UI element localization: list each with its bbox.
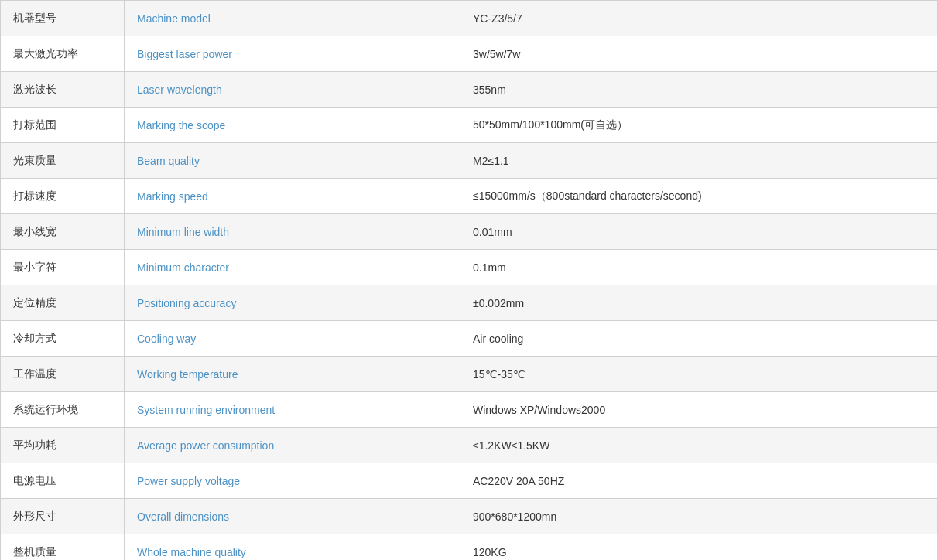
cell-chinese: 最小线宽 (1, 214, 125, 249)
cell-english: Beam quality (125, 143, 457, 178)
cell-chinese: 系统运行环境 (1, 392, 125, 427)
cell-english: Average power consumption (125, 428, 457, 463)
cell-value: YC-Z3/5/7 (457, 1, 937, 36)
cell-value: Air cooling (457, 321, 937, 356)
cell-chinese: 打标速度 (1, 179, 125, 213)
cell-value: ≤15000mm/s（800standard characters/second… (457, 179, 937, 213)
cell-value: 900*680*1200mn (457, 499, 937, 534)
cell-chinese: 机器型号 (1, 1, 125, 36)
table-row: 最小字符Minimum character0.1mm (1, 250, 937, 285)
cell-english: Marking speed (125, 179, 457, 213)
cell-value: M2≤1.1 (457, 143, 937, 178)
cell-english: Laser wavelength (125, 72, 457, 107)
table-row: 定位精度Positioning accuracy±0.002mm (1, 285, 937, 321)
cell-english: Machine model (125, 1, 457, 36)
cell-english: Whole machine quality (125, 534, 457, 560)
cell-value: Windows XP/Windows2000 (457, 392, 937, 427)
cell-chinese: 打标范围 (1, 108, 125, 142)
cell-chinese: 光束质量 (1, 143, 125, 178)
cell-english: Cooling way (125, 321, 457, 356)
table-row: 整机质量Whole machine quality120KG (1, 534, 937, 560)
cell-value: 120KG (457, 534, 937, 560)
table-row: 冷却方式Cooling wayAir cooling (1, 321, 937, 357)
cell-english: Positioning accuracy (125, 285, 457, 320)
cell-english: Minimum line width (125, 214, 457, 249)
table-row: 电源电压Power supply voltageAC220V 20A 50HZ (1, 463, 937, 499)
cell-chinese: 定位精度 (1, 285, 125, 320)
cell-value: 50*50mm/100*100mm(可自选） (457, 108, 937, 142)
table-row: 最小线宽Minimum line width0.01mm (1, 214, 937, 250)
cell-chinese: 整机质量 (1, 534, 125, 560)
cell-value: 355nm (457, 72, 937, 107)
table-row: 激光波长Laser wavelength355nm (1, 72, 937, 108)
cell-chinese: 电源电压 (1, 463, 125, 498)
table-row: 平均功耗Average power consumption≤1.2KW≤1.5K… (1, 428, 937, 463)
cell-chinese: 最大激光功率 (1, 36, 125, 71)
table-row: 外形尺寸Overall dimensions900*680*1200mn (1, 499, 937, 534)
cell-value: ±0.002mm (457, 285, 937, 320)
cell-value: 0.1mm (457, 250, 937, 285)
cell-chinese: 工作温度 (1, 357, 125, 391)
cell-chinese: 冷却方式 (1, 321, 125, 356)
table-row: 光束质量Beam qualityM2≤1.1 (1, 143, 937, 179)
table-row: 机器型号Machine modelYC-Z3/5/7 (1, 1, 937, 36)
cell-chinese: 外形尺寸 (1, 499, 125, 534)
table-row: 系统运行环境System running environmentWindows … (1, 392, 937, 428)
cell-chinese: 激光波长 (1, 72, 125, 107)
cell-english: Power supply voltage (125, 463, 457, 498)
cell-english: Marking the scope (125, 108, 457, 142)
cell-value: 0.01mm (457, 214, 937, 249)
cell-value: 15℃-35℃ (457, 357, 937, 391)
cell-chinese: 最小字符 (1, 250, 125, 285)
cell-english: Minimum character (125, 250, 457, 285)
table-row: 打标范围Marking the scope50*50mm/100*100mm(可… (1, 108, 937, 143)
cell-value: ≤1.2KW≤1.5KW (457, 428, 937, 463)
cell-chinese: 平均功耗 (1, 428, 125, 463)
cell-value: AC220V 20A 50HZ (457, 463, 937, 498)
specs-table: 机器型号Machine modelYC-Z3/5/7最大激光功率Biggest … (0, 0, 938, 560)
table-row: 最大激光功率Biggest laser power3w/5w/7w (1, 36, 937, 72)
cell-english: Biggest laser power (125, 36, 457, 71)
cell-english: Overall dimensions (125, 499, 457, 534)
cell-english: Working temperature (125, 357, 457, 391)
table-row: 打标速度Marking speed≤15000mm/s（800standard … (1, 179, 937, 214)
cell-english: System running environment (125, 392, 457, 427)
cell-value: 3w/5w/7w (457, 36, 937, 71)
table-row: 工作温度Working temperature15℃-35℃ (1, 357, 937, 392)
